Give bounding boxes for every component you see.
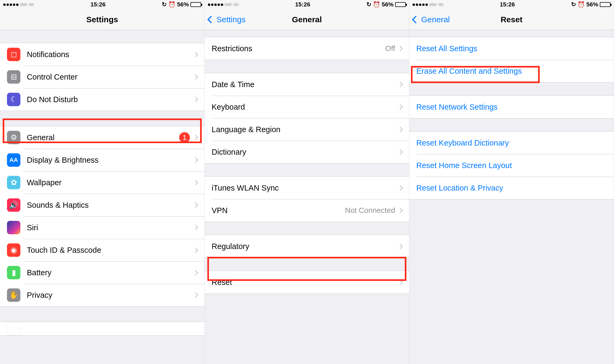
chevron-right-icon bbox=[398, 208, 403, 213]
battery-percentage: 56% bbox=[382, 1, 394, 8]
row-reset-all-settings[interactable]: Reset All Settings bbox=[409, 37, 614, 60]
row-label: Battery bbox=[27, 268, 194, 277]
row-label: Reset Home Screen Layout bbox=[416, 161, 607, 170]
row-label: Reset Keyboard Dictionary bbox=[416, 139, 607, 147]
row-label: Sounds & Haptics bbox=[27, 201, 194, 210]
row-date-time[interactable]: Date & Time bbox=[205, 73, 409, 96]
row-battery[interactable]: ▮ Battery bbox=[0, 261, 204, 284]
battery-row-icon: ▮ bbox=[7, 266, 20, 279]
rotation-lock-icon: ↻ bbox=[162, 1, 167, 8]
row-label: Reset Network Settings bbox=[416, 103, 607, 112]
row-label: Notifications bbox=[27, 50, 194, 59]
row-label: iTunes WLAN Sync bbox=[212, 184, 398, 192]
row-notifications[interactable]: ◻ Notifications bbox=[0, 43, 204, 66]
general-list[interactable]: Restrictions Off Date & Time Keyboard La… bbox=[205, 30, 409, 364]
row-label: VPN bbox=[212, 206, 345, 215]
alarm-icon: ⏰ bbox=[578, 1, 585, 8]
row-label: Regulatory bbox=[212, 242, 398, 251]
chevron-right-icon bbox=[398, 46, 403, 51]
row-erase-all-content[interactable]: Erase All Content and Settings bbox=[409, 60, 614, 82]
battery-icon bbox=[600, 2, 611, 7]
chevron-right-icon bbox=[193, 97, 198, 102]
chevron-right-icon bbox=[398, 127, 403, 132]
signal-dots-icon bbox=[413, 3, 428, 6]
row-detail: Not Connected bbox=[345, 206, 395, 215]
reset-screen: ••• •• 15:26 ↻ ⏰ 56% General Reset Reset… bbox=[409, 0, 614, 364]
chevron-right-icon bbox=[193, 270, 198, 275]
status-bar: ••• •• 15:26 ↻ ⏰ 56% bbox=[205, 0, 409, 9]
fingerprint-icon: ◉ bbox=[7, 243, 20, 257]
row-reset-network[interactable]: Reset Network Settings bbox=[409, 96, 614, 118]
gear-icon: ⚙ bbox=[7, 131, 20, 144]
row-keyboard[interactable]: Keyboard bbox=[205, 96, 409, 118]
back-label: Settings bbox=[216, 15, 245, 24]
row-dictionary[interactable]: Dictionary bbox=[205, 141, 409, 163]
reset-list[interactable]: Reset All Settings Erase All Content and… bbox=[409, 30, 614, 364]
back-button[interactable]: General bbox=[409, 15, 450, 24]
row-label: Keyboard bbox=[212, 103, 398, 112]
chevron-right-icon bbox=[193, 225, 198, 230]
notification-badge: 1 bbox=[179, 132, 190, 143]
row-privacy[interactable]: ✋ Privacy bbox=[0, 284, 204, 306]
row-label: Wallpaper bbox=[27, 178, 194, 187]
status-time: 15:26 bbox=[295, 1, 310, 8]
signal-dots-icon bbox=[208, 3, 223, 6]
row-general[interactable]: ⚙ General 1 bbox=[0, 126, 204, 149]
row-label: Reset bbox=[212, 278, 398, 287]
row-partial[interactable] bbox=[0, 322, 204, 335]
page-title: Settings bbox=[0, 15, 204, 24]
chevron-right-icon bbox=[398, 185, 403, 191]
chevron-right-icon bbox=[398, 104, 403, 110]
text-size-icon: AA bbox=[7, 153, 20, 167]
chevron-right-icon bbox=[193, 247, 198, 253]
row-do-not-disturb[interactable]: ☾ Do Not Disturb bbox=[0, 88, 204, 111]
settings-list[interactable]: ◻ Notifications ⊟ Control Center ☾ Do No… bbox=[0, 30, 204, 364]
row-label: Reset All Settings bbox=[416, 44, 607, 53]
settings-screen: ••• •• 15:26 ↻ ⏰ 56% Settings ◻ Notifica… bbox=[0, 0, 205, 364]
notifications-icon: ◻ bbox=[7, 48, 20, 61]
alarm-icon: ⏰ bbox=[373, 1, 380, 8]
row-label: Privacy bbox=[27, 291, 194, 300]
wallpaper-icon: ✿ bbox=[7, 176, 20, 189]
chevron-right-icon bbox=[193, 135, 198, 140]
general-screen: ••• •• 15:26 ↻ ⏰ 56% Settings General Re… bbox=[205, 0, 409, 364]
hand-icon: ✋ bbox=[7, 288, 20, 302]
carrier-label: ••• •• bbox=[429, 2, 444, 8]
back-button[interactable]: Settings bbox=[205, 15, 245, 24]
row-sounds-haptics[interactable]: 🔊 Sounds & Haptics bbox=[0, 194, 204, 216]
row-reset-home-screen[interactable]: Reset Home Screen Layout bbox=[409, 154, 614, 177]
chevron-right-icon bbox=[398, 82, 403, 87]
row-restrictions[interactable]: Restrictions Off bbox=[205, 37, 409, 60]
chevron-right-icon bbox=[193, 202, 198, 208]
chevron-right-icon bbox=[193, 74, 198, 80]
nav-header: Settings General bbox=[205, 9, 409, 30]
row-itunes-sync[interactable]: iTunes WLAN Sync bbox=[205, 177, 409, 199]
row-label: Dictionary bbox=[212, 148, 398, 157]
row-reset-location-privacy[interactable]: Reset Location & Privacy bbox=[409, 177, 614, 199]
row-control-center[interactable]: ⊟ Control Center bbox=[0, 66, 204, 88]
chevron-right-icon bbox=[193, 180, 198, 185]
row-language-region[interactable]: Language & Region bbox=[205, 118, 409, 141]
row-regulatory[interactable]: Regulatory bbox=[205, 235, 409, 258]
row-display-brightness[interactable]: AA Display & Brightness bbox=[0, 149, 204, 171]
nav-header: General Reset bbox=[409, 9, 614, 30]
battery-percentage: 56% bbox=[586, 1, 598, 8]
cloud-icon bbox=[7, 322, 20, 335]
row-reset[interactable]: Reset bbox=[205, 271, 409, 294]
row-wallpaper[interactable]: ✿ Wallpaper bbox=[0, 171, 204, 194]
row-touch-id[interactable]: ◉ Touch ID & Passcode bbox=[0, 239, 204, 261]
row-label: Control Center bbox=[27, 73, 194, 81]
siri-icon bbox=[7, 221, 20, 234]
moon-icon: ☾ bbox=[7, 93, 20, 106]
row-detail: Off bbox=[385, 44, 395, 53]
row-vpn[interactable]: VPN Not Connected bbox=[205, 199, 409, 222]
row-siri[interactable]: Siri bbox=[0, 216, 204, 239]
nav-header: Settings bbox=[0, 9, 204, 30]
chevron-right-icon bbox=[193, 292, 198, 298]
row-reset-keyboard-dictionary[interactable]: Reset Keyboard Dictionary bbox=[409, 132, 614, 154]
chevron-right-icon bbox=[398, 149, 403, 155]
battery-icon bbox=[395, 2, 406, 7]
row-label: Date & Time bbox=[212, 80, 398, 89]
chevron-left-icon bbox=[207, 16, 215, 23]
status-time: 15:26 bbox=[90, 1, 105, 8]
